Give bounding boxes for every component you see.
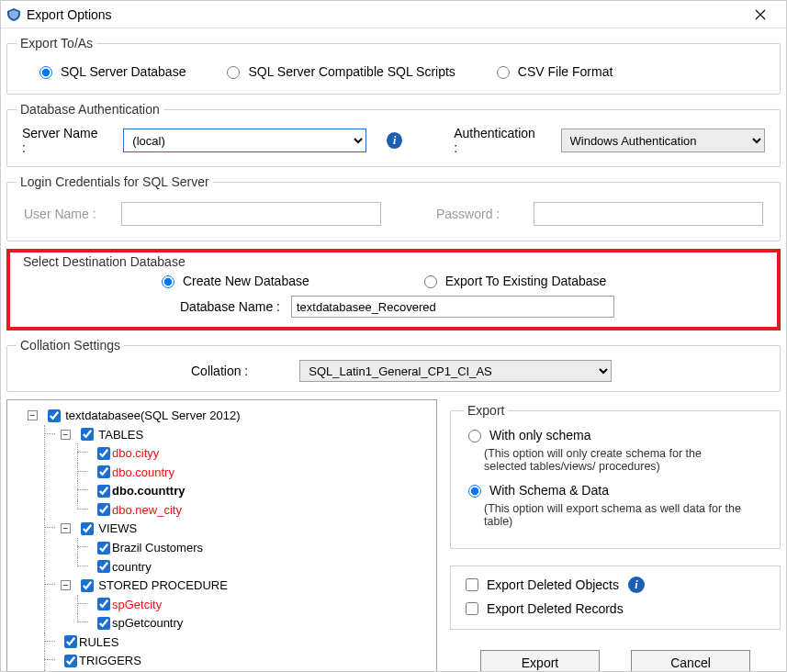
collapse-icon[interactable]: − (61, 580, 71, 590)
tree-views-chk[interactable] (81, 522, 94, 535)
tree-triggers[interactable]: TRIGGERS (44, 651, 433, 670)
tree-views[interactable]: − VIEWS Brazil Customers country (44, 519, 433, 576)
tree-item-label: dbo.new_city (112, 503, 182, 517)
collapse-icon[interactable]: − (61, 523, 71, 533)
close-button[interactable] (740, 2, 781, 28)
collapse-icon[interactable]: − (61, 430, 71, 440)
radio-csv-input[interactable] (497, 66, 510, 79)
tree-sp-chk[interactable] (81, 579, 94, 592)
tree-item-label: dbo.country (112, 465, 174, 479)
cancel-button-label: Cancel (670, 655, 711, 670)
tree-item-chk[interactable] (97, 560, 110, 573)
password-input[interactable] (534, 202, 763, 226)
collation-label: Collation : (191, 364, 248, 378)
radio-csv[interactable]: CSV File Format (492, 63, 613, 79)
collapse-icon[interactable]: − (28, 410, 38, 420)
radio-schema-data-input[interactable] (468, 485, 481, 498)
tree-root-chk[interactable] (48, 409, 61, 422)
username-input[interactable] (121, 202, 381, 226)
tree-rules[interactable]: RULES (44, 633, 433, 652)
tree-item-label: spGetcity (112, 598, 162, 611)
tree-item-chk[interactable] (97, 465, 110, 478)
export-options-group: Export With only schema (This option wil… (450, 403, 781, 549)
radio-create-new-db[interactable]: Create New Database (157, 273, 309, 288)
tree-item[interactable]: Brazil Customers (77, 538, 433, 557)
tree-item-chk[interactable] (97, 598, 110, 610)
object-tree[interactable]: − textdatabasee(SQL Server 2012) − TABLE… (6, 399, 437, 671)
tree-root[interactable]: − textdatabasee(SQL Server 2012) − TABLE… (11, 406, 433, 671)
radio-sql-scripts[interactable]: SQL Server Compatible SQL Scripts (222, 63, 455, 79)
cancel-button[interactable]: Cancel (631, 650, 750, 671)
radio-create-new-db-input[interactable] (162, 275, 174, 288)
tree-item-chk[interactable] (97, 542, 110, 554)
collation-select[interactable]: SQL_Latin1_General_CP1_CI_AS (299, 360, 612, 382)
chk-export-deleted-records-input[interactable] (466, 602, 478, 615)
tree-item[interactable]: dbo.country (77, 463, 433, 482)
radio-sql-server-db-input[interactable] (39, 66, 52, 79)
tree-rules-chk[interactable] (64, 635, 77, 648)
radio-create-new-db-label: Create New Database (183, 274, 309, 288)
window-title: Export Options (27, 7, 740, 22)
chk-export-deleted-records-label: Export Deleted Records (487, 601, 624, 616)
export-button-label: Export (522, 655, 558, 670)
collation-legend: Collation Settings (17, 338, 124, 353)
tree-item-chk[interactable] (97, 617, 110, 630)
tree-sp[interactable]: − STORED PROCEDURE spGetcity spGetcountr… (44, 576, 433, 633)
tree-item-label: spGetcountry (112, 616, 183, 630)
chk-export-deleted-records[interactable]: Export Deleted Records (462, 599, 624, 618)
db-name-label: Database Name : (180, 299, 280, 314)
chk-export-deleted-objects[interactable]: Export Deleted Objects (462, 576, 619, 594)
export-button[interactable]: Export (480, 650, 600, 671)
tree-item-label: country (112, 560, 152, 574)
tree-tables-label: TABLES (98, 428, 143, 442)
export-options-window: Export Options Export To/As SQL Server D… (0, 0, 787, 672)
tree-tables[interactable]: − TABLES dbo.cityy dbo.country dbo.count… (44, 425, 433, 520)
dest-db-highlight: Select Destination Database Create New D… (6, 249, 781, 330)
tree-tables-chk[interactable] (81, 428, 94, 441)
deleted-options-box: Export Deleted Objects i Export Deleted … (450, 566, 781, 630)
tree-triggers-chk[interactable] (64, 655, 77, 667)
titlebar: Export Options (1, 1, 786, 28)
app-icon (6, 7, 21, 22)
db-auth-group: Database Authentication Server Name : (l… (6, 102, 781, 167)
radio-sql-scripts-input[interactable] (227, 66, 240, 79)
dest-db-group: Select Destination Database Create New D… (12, 254, 775, 325)
export-to-as-legend: Export To/As (17, 36, 96, 50)
radio-export-existing-label: Export To Existing Database (445, 274, 607, 288)
radio-export-existing-input[interactable] (424, 275, 437, 288)
auth-select[interactable]: Windows Authentication (561, 129, 766, 152)
chk-export-deleted-objects-label: Export Deleted Objects (487, 577, 619, 592)
dest-db-legend: Select Destination Database (19, 254, 189, 269)
tree-item[interactable]: dbo.new_city (77, 500, 433, 520)
tree-item[interactable]: dbo.cityy (77, 443, 433, 463)
tree-item[interactable]: dbo.counttry (77, 481, 433, 500)
tree-rules-label: RULES (79, 635, 118, 649)
radio-csv-label: CSV File Format (518, 64, 613, 79)
login-creds-group: Login Credentials for SQL Server User Na… (6, 174, 781, 241)
tree-item-chk[interactable] (97, 447, 110, 460)
db-name-input[interactable] (291, 296, 614, 318)
info-icon[interactable]: i (387, 132, 402, 149)
radio-export-existing[interactable]: Export To Existing Database (420, 273, 607, 288)
login-creds-legend: Login Credentials for SQL Server (17, 174, 213, 189)
chk-export-deleted-objects-input[interactable] (466, 578, 478, 591)
server-name-select[interactable]: (local) (123, 129, 366, 152)
content: Export To/As SQL Server Database SQL Ser… (1, 28, 786, 671)
tree-item[interactable]: spGetcity (77, 595, 433, 614)
radio-only-schema[interactable]: With only schema (464, 427, 590, 442)
username-label: User Name : (24, 207, 107, 221)
db-auth-legend: Database Authentication (17, 102, 163, 117)
tree-item-chk[interactable] (97, 485, 110, 498)
radio-sql-server-db[interactable]: SQL Server Database (35, 63, 186, 79)
tree-item-label: Brazil Customers (112, 541, 203, 554)
tree-item-chk[interactable] (97, 503, 110, 516)
tree-item-label: dbo.counttry (112, 484, 185, 498)
tree-item[interactable]: country (77, 557, 433, 577)
tree-item[interactable]: spGetcountry (77, 613, 433, 633)
only-schema-desc: (This option will only create schema for… (484, 447, 741, 473)
info-icon[interactable]: i (628, 577, 645, 593)
export-to-as-group: Export To/As SQL Server Database SQL Ser… (6, 36, 781, 95)
radio-schema-data[interactable]: With Schema & Data (464, 482, 609, 498)
radio-only-schema-input[interactable] (468, 430, 481, 442)
tree-functions[interactable]: FUNCTIONS (44, 670, 433, 671)
